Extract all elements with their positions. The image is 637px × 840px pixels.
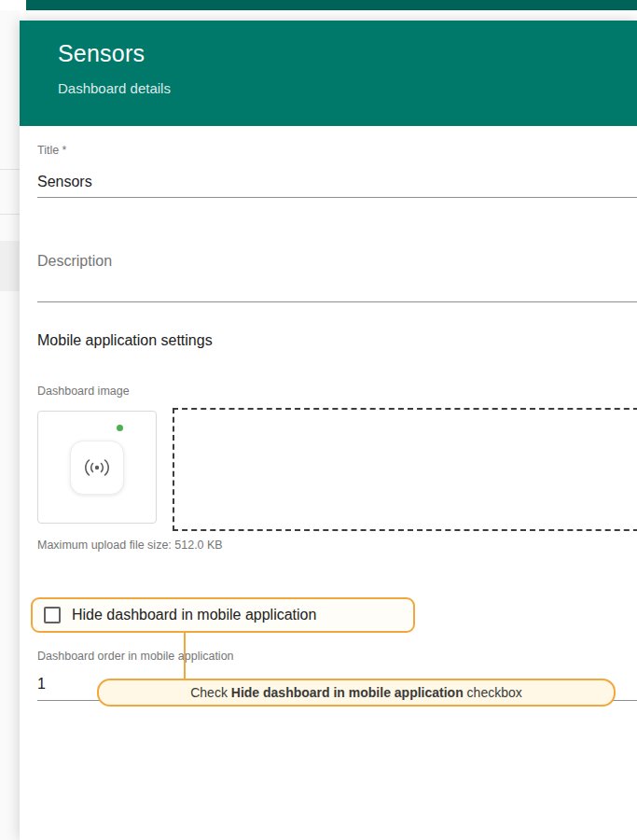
background-divider: [0, 214, 20, 215]
image-drop-zone[interactable]: [173, 408, 637, 531]
dashboard-image-label: Dashboard image: [37, 385, 130, 398]
screen: Sensors Dashboard details Title * Mobile…: [0, 0, 637, 840]
radio-signal-icon: [80, 456, 114, 479]
dashboard-order-label: Dashboard order in mobile application: [37, 650, 234, 663]
mobile-settings-heading: Mobile application settings: [37, 332, 213, 349]
title-label: Title *: [37, 144, 67, 157]
app-top-bar: [26, 0, 637, 10]
title-input[interactable]: [37, 170, 637, 194]
dialog-subtitle: Dashboard details: [58, 80, 637, 96]
annotation-highlight: Hide dashboard in mobile application: [31, 597, 415, 633]
background-page: [0, 10, 20, 840]
upload-size-hint: Maximum upload file size: 512.0 KB: [37, 539, 223, 552]
description-input[interactable]: [37, 249, 637, 273]
hide-dashboard-checkbox-label[interactable]: Hide dashboard in mobile application: [72, 607, 316, 623]
background-row: [0, 241, 20, 291]
dashboard-details-dialog: Sensors Dashboard details Title * Mobile…: [20, 21, 637, 840]
background-divider: [0, 169, 20, 170]
dashboard-image-preview: [37, 411, 157, 524]
tooltip-text-prefix: Check: [190, 685, 231, 700]
annotation-tooltip: Check Hide dashboard in mobile applicati…: [97, 679, 616, 707]
tooltip-text-bold: Hide dashboard in mobile application: [231, 685, 464, 700]
tooltip-text-suffix: checkbox: [464, 685, 522, 700]
status-dot: [117, 425, 123, 431]
title-underline: [37, 197, 637, 198]
dialog-title: Sensors: [58, 40, 637, 67]
annotation-connector-line: [184, 633, 186, 679]
hide-dashboard-checkbox[interactable]: [44, 607, 61, 623]
device-card: [70, 441, 124, 495]
dialog-header: Sensors Dashboard details: [20, 21, 637, 126]
description-underline: [37, 301, 637, 302]
